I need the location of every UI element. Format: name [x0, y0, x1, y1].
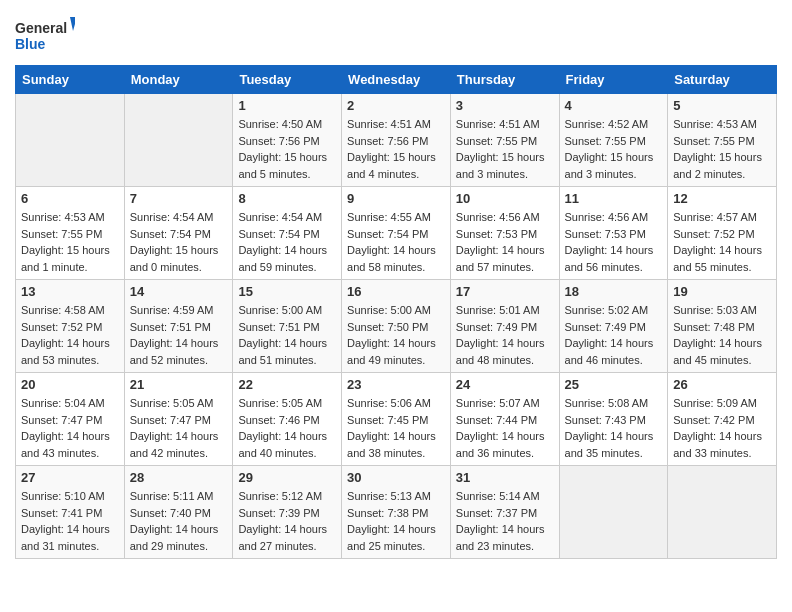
daylight: Daylight: 15 hours and 5 minutes. [238, 151, 327, 180]
day-number: 1 [238, 98, 336, 113]
calendar-header-thursday: Thursday [450, 66, 559, 94]
sunset: Sunset: 7:45 PM [347, 414, 428, 426]
day-number: 21 [130, 377, 228, 392]
day-number: 29 [238, 470, 336, 485]
daylight: Daylight: 15 hours and 3 minutes. [565, 151, 654, 180]
calendar-week-4: 20 Sunrise: 5:04 AM Sunset: 7:47 PM Dayl… [16, 373, 777, 466]
day-details: Sunrise: 5:14 AM Sunset: 7:37 PM Dayligh… [456, 488, 554, 554]
sunrise: Sunrise: 4:56 AM [565, 211, 649, 223]
day-number: 22 [238, 377, 336, 392]
day-details: Sunrise: 4:55 AM Sunset: 7:54 PM Dayligh… [347, 209, 445, 275]
sunrise: Sunrise: 5:00 AM [238, 304, 322, 316]
sunrise: Sunrise: 4:51 AM [456, 118, 540, 130]
day-number: 10 [456, 191, 554, 206]
sunset: Sunset: 7:39 PM [238, 507, 319, 519]
calendar-cell: 17 Sunrise: 5:01 AM Sunset: 7:49 PM Dayl… [450, 280, 559, 373]
day-number: 12 [673, 191, 771, 206]
day-details: Sunrise: 5:12 AM Sunset: 7:39 PM Dayligh… [238, 488, 336, 554]
day-number: 9 [347, 191, 445, 206]
sunrise: Sunrise: 5:05 AM [238, 397, 322, 409]
sunset: Sunset: 7:55 PM [456, 135, 537, 147]
daylight: Daylight: 14 hours and 51 minutes. [238, 337, 327, 366]
day-number: 13 [21, 284, 119, 299]
calendar-cell: 2 Sunrise: 4:51 AM Sunset: 7:56 PM Dayli… [342, 94, 451, 187]
day-number: 5 [673, 98, 771, 113]
day-number: 18 [565, 284, 663, 299]
daylight: Daylight: 14 hours and 36 minutes. [456, 430, 545, 459]
sunset: Sunset: 7:56 PM [347, 135, 428, 147]
daylight: Daylight: 14 hours and 55 minutes. [673, 244, 762, 273]
sunset: Sunset: 7:56 PM [238, 135, 319, 147]
day-number: 16 [347, 284, 445, 299]
sunrise: Sunrise: 5:13 AM [347, 490, 431, 502]
calendar-cell: 10 Sunrise: 4:56 AM Sunset: 7:53 PM Dayl… [450, 187, 559, 280]
sunset: Sunset: 7:40 PM [130, 507, 211, 519]
daylight: Daylight: 14 hours and 42 minutes. [130, 430, 219, 459]
sunrise: Sunrise: 4:53 AM [673, 118, 757, 130]
sunrise: Sunrise: 4:54 AM [238, 211, 322, 223]
calendar-header-row: SundayMondayTuesdayWednesdayThursdayFrid… [16, 66, 777, 94]
day-number: 27 [21, 470, 119, 485]
calendar-cell: 26 Sunrise: 5:09 AM Sunset: 7:42 PM Dayl… [668, 373, 777, 466]
day-details: Sunrise: 5:01 AM Sunset: 7:49 PM Dayligh… [456, 302, 554, 368]
calendar-cell: 12 Sunrise: 4:57 AM Sunset: 7:52 PM Dayl… [668, 187, 777, 280]
calendar-cell: 21 Sunrise: 5:05 AM Sunset: 7:47 PM Dayl… [124, 373, 233, 466]
calendar-cell: 15 Sunrise: 5:00 AM Sunset: 7:51 PM Dayl… [233, 280, 342, 373]
calendar-cell: 7 Sunrise: 4:54 AM Sunset: 7:54 PM Dayli… [124, 187, 233, 280]
daylight: Daylight: 14 hours and 23 minutes. [456, 523, 545, 552]
sunset: Sunset: 7:52 PM [673, 228, 754, 240]
sunset: Sunset: 7:55 PM [565, 135, 646, 147]
calendar-header-saturday: Saturday [668, 66, 777, 94]
day-details: Sunrise: 4:52 AM Sunset: 7:55 PM Dayligh… [565, 116, 663, 182]
calendar-cell: 11 Sunrise: 4:56 AM Sunset: 7:53 PM Dayl… [559, 187, 668, 280]
daylight: Daylight: 15 hours and 2 minutes. [673, 151, 762, 180]
day-number: 26 [673, 377, 771, 392]
sunrise: Sunrise: 5:00 AM [347, 304, 431, 316]
daylight: Daylight: 14 hours and 27 minutes. [238, 523, 327, 552]
calendar-week-3: 13 Sunrise: 4:58 AM Sunset: 7:52 PM Dayl… [16, 280, 777, 373]
day-details: Sunrise: 4:54 AM Sunset: 7:54 PM Dayligh… [130, 209, 228, 275]
calendar-cell: 1 Sunrise: 4:50 AM Sunset: 7:56 PM Dayli… [233, 94, 342, 187]
calendar-cell: 6 Sunrise: 4:53 AM Sunset: 7:55 PM Dayli… [16, 187, 125, 280]
sunrise: Sunrise: 5:06 AM [347, 397, 431, 409]
sunrise: Sunrise: 4:56 AM [456, 211, 540, 223]
daylight: Daylight: 15 hours and 3 minutes. [456, 151, 545, 180]
calendar-cell: 8 Sunrise: 4:54 AM Sunset: 7:54 PM Dayli… [233, 187, 342, 280]
calendar-cell: 25 Sunrise: 5:08 AM Sunset: 7:43 PM Dayl… [559, 373, 668, 466]
calendar-cell: 16 Sunrise: 5:00 AM Sunset: 7:50 PM Dayl… [342, 280, 451, 373]
daylight: Daylight: 14 hours and 33 minutes. [673, 430, 762, 459]
daylight: Daylight: 14 hours and 57 minutes. [456, 244, 545, 273]
day-details: Sunrise: 5:00 AM Sunset: 7:50 PM Dayligh… [347, 302, 445, 368]
day-number: 24 [456, 377, 554, 392]
calendar-week-2: 6 Sunrise: 4:53 AM Sunset: 7:55 PM Dayli… [16, 187, 777, 280]
sunrise: Sunrise: 5:04 AM [21, 397, 105, 409]
day-details: Sunrise: 4:54 AM Sunset: 7:54 PM Dayligh… [238, 209, 336, 275]
svg-marker-2 [70, 17, 75, 31]
sunrise: Sunrise: 4:55 AM [347, 211, 431, 223]
daylight: Daylight: 14 hours and 53 minutes. [21, 337, 110, 366]
day-number: 20 [21, 377, 119, 392]
calendar-week-5: 27 Sunrise: 5:10 AM Sunset: 7:41 PM Dayl… [16, 466, 777, 559]
day-number: 4 [565, 98, 663, 113]
day-number: 15 [238, 284, 336, 299]
day-details: Sunrise: 5:06 AM Sunset: 7:45 PM Dayligh… [347, 395, 445, 461]
day-details: Sunrise: 4:59 AM Sunset: 7:51 PM Dayligh… [130, 302, 228, 368]
day-number: 25 [565, 377, 663, 392]
sunrise: Sunrise: 4:52 AM [565, 118, 649, 130]
daylight: Daylight: 14 hours and 31 minutes. [21, 523, 110, 552]
sunset: Sunset: 7:43 PM [565, 414, 646, 426]
calendar-cell [124, 94, 233, 187]
calendar-cell: 13 Sunrise: 4:58 AM Sunset: 7:52 PM Dayl… [16, 280, 125, 373]
day-details: Sunrise: 4:57 AM Sunset: 7:52 PM Dayligh… [673, 209, 771, 275]
calendar-cell: 24 Sunrise: 5:07 AM Sunset: 7:44 PM Dayl… [450, 373, 559, 466]
day-details: Sunrise: 5:05 AM Sunset: 7:46 PM Dayligh… [238, 395, 336, 461]
sunrise: Sunrise: 5:10 AM [21, 490, 105, 502]
sunset: Sunset: 7:41 PM [21, 507, 102, 519]
sunrise: Sunrise: 5:08 AM [565, 397, 649, 409]
day-number: 19 [673, 284, 771, 299]
sunrise: Sunrise: 5:12 AM [238, 490, 322, 502]
day-number: 30 [347, 470, 445, 485]
calendar-cell: 31 Sunrise: 5:14 AM Sunset: 7:37 PM Dayl… [450, 466, 559, 559]
svg-text:Blue: Blue [15, 36, 46, 52]
sunset: Sunset: 7:46 PM [238, 414, 319, 426]
